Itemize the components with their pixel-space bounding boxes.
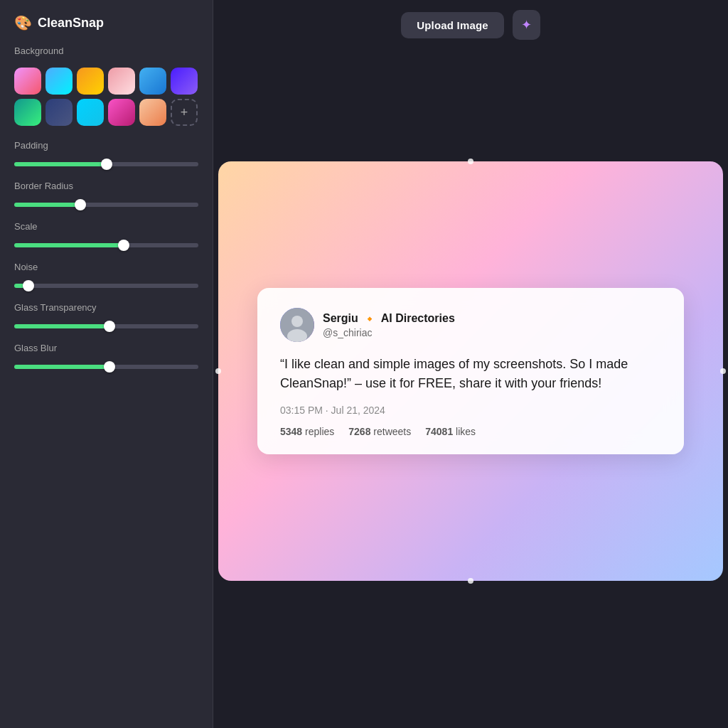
color-swatch-6[interactable] — [171, 68, 198, 95]
replies-stat: 5348 replies — [280, 426, 334, 437]
border-radius-label: Border Radius — [14, 181, 198, 191]
retweets-count: 7268 — [348, 426, 370, 437]
gradient-background: Sergiu 🔸 AI Directories @s_chiriac “I li… — [218, 161, 723, 581]
resize-handle-left[interactable] — [215, 368, 221, 374]
topbar: Upload Image ✦ — [213, 0, 728, 50]
tweet-user-info: Sergiu 🔸 AI Directories @s_chiriac — [323, 312, 455, 338]
avatar — [280, 308, 314, 342]
replies-count: 5348 — [280, 426, 302, 437]
border-radius-section: Border Radius — [14, 181, 198, 207]
tweet-name: Sergiu 🔸 AI Directories — [323, 312, 455, 326]
resize-handle-right[interactable] — [720, 368, 726, 374]
background-section: Background + — [14, 46, 198, 126]
padding-slider[interactable] — [14, 162, 198, 166]
main-area: Upload Image ✦ — [213, 0, 728, 728]
tweet-timestamp: 03:15 PM · Jul 21, 2024 — [280, 405, 661, 416]
app-title: 🎨 CleanSnap — [14, 14, 198, 31]
tweet-author: Sergiu — [323, 312, 358, 325]
color-grid: + — [14, 68, 198, 126]
color-swatch-2[interactable] — [46, 68, 73, 95]
tweet-header: Sergiu 🔸 AI Directories @s_chiriac — [280, 308, 661, 342]
noise-label: Noise — [14, 262, 198, 272]
color-swatch-7[interactable] — [14, 99, 41, 126]
add-color-button[interactable]: + — [171, 99, 198, 126]
background-label: Background — [14, 46, 198, 56]
app-icon: 🎨 — [14, 14, 32, 31]
color-swatch-9[interactable] — [77, 99, 104, 126]
tweet-stats: 5348 replies 7268 retweets 74081 likes — [280, 426, 661, 437]
border-radius-slider[interactable] — [14, 203, 198, 207]
upload-button[interactable]: Upload Image — [401, 12, 504, 38]
color-swatch-3[interactable] — [77, 68, 104, 95]
scale-section: Scale — [14, 221, 198, 247]
tweet-card: Sergiu 🔸 AI Directories @s_chiriac “I li… — [257, 288, 684, 454]
tweet-topic: AI Directories — [381, 312, 455, 325]
tweet-separator: 🔸 — [363, 312, 377, 326]
glass-blur-label: Glass Blur — [14, 343, 198, 353]
retweets-stat: 7268 retweets — [348, 426, 411, 437]
canvas-area: Sergiu 🔸 AI Directories @s_chiriac “I li… — [213, 0, 728, 728]
sparkle-button[interactable]: ✦ — [513, 10, 540, 40]
color-swatch-1[interactable] — [14, 68, 41, 95]
likes-stat: 74081 likes — [425, 426, 476, 437]
resize-handle-bottom[interactable] — [468, 578, 473, 584]
padding-label: Padding — [14, 140, 198, 151]
svg-point-1 — [291, 316, 303, 327]
color-swatch-10[interactable] — [108, 99, 135, 126]
tweet-body: “I like clean and simple images of my sc… — [280, 355, 661, 393]
likes-count: 74081 — [425, 426, 453, 437]
scale-label: Scale — [14, 221, 198, 232]
color-swatch-11[interactable] — [139, 99, 166, 126]
glass-blur-slider[interactable] — [14, 365, 198, 369]
sidebar: 🎨 CleanSnap Background + Padding Border … — [0, 0, 213, 728]
scale-slider[interactable] — [14, 243, 198, 247]
noise-section: Noise — [14, 262, 198, 288]
sparkle-icon: ✦ — [521, 17, 532, 33]
color-swatch-4[interactable] — [108, 68, 135, 95]
color-swatch-5[interactable] — [139, 68, 166, 95]
color-swatch-8[interactable] — [46, 99, 73, 126]
app-title-text: CleanSnap — [38, 16, 104, 31]
resize-handle-top[interactable] — [468, 159, 473, 164]
noise-slider[interactable] — [14, 284, 198, 288]
glass-transparency-slider[interactable] — [14, 324, 198, 328]
tweet-handle: @s_chiriac — [323, 327, 455, 338]
padding-section: Padding — [14, 140, 198, 166]
glass-transparency-label: Glass Transparency — [14, 302, 198, 313]
glass-blur-section: Glass Blur — [14, 343, 198, 369]
glass-transparency-section: Glass Transparency — [14, 302, 198, 328]
